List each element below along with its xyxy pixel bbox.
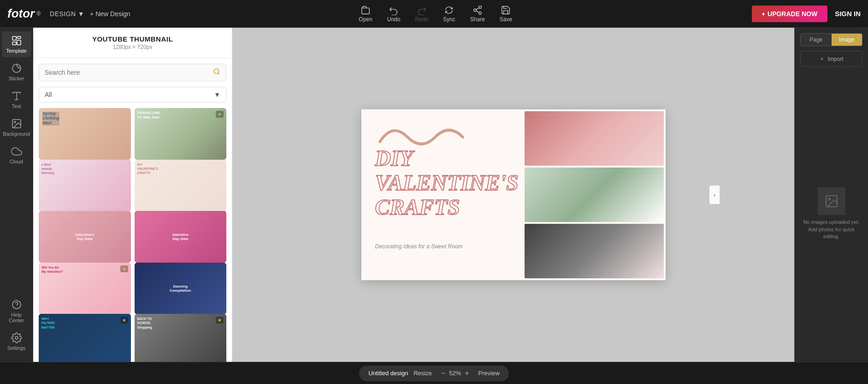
sidebar-label-settings: Settings — [7, 345, 26, 351]
list-item[interactable]: DIYVALENTINE'SCRAFTS — [135, 160, 227, 211]
import-button[interactable]: ＋ Import — [800, 51, 862, 67]
templates-grid: SpringClothingHaul TRAVELLINGTO IRELAND … — [33, 108, 232, 362]
tab-image[interactable]: Image — [832, 34, 862, 46]
sticker-icon — [11, 63, 22, 74]
list-item[interactable]: SpringClothingHaul — [39, 108, 131, 160]
sidebar-item-template[interactable]: Template — [2, 31, 31, 57]
filter-dropdown[interactable]: All ▼ — [39, 87, 226, 102]
design-title: DIY VALENTINE'S CRAFTS — [375, 146, 519, 219]
sync-button[interactable]: Sync — [443, 5, 455, 23]
svg-point-16 — [214, 69, 219, 74]
svg-point-3 — [479, 12, 482, 14]
topbar: fotor ® DESIGN ▼ + New Design Open Undo … — [0, 0, 868, 28]
save-icon — [501, 5, 511, 15]
svg-point-13 — [12, 300, 21, 309]
redo-button[interactable]: Redo — [415, 5, 428, 23]
list-item[interactable]: ValentineDay Date — [135, 211, 227, 263]
share-icon — [472, 5, 483, 15]
save-button[interactable]: Save — [500, 5, 512, 23]
svg-rect-6 — [12, 36, 16, 40]
sidebar-item-sticker[interactable]: Sticker — [2, 59, 31, 85]
help-icon — [11, 299, 22, 310]
design-name: Untitled design — [368, 370, 408, 377]
bookmark-icon: ★ — [216, 111, 224, 118]
panel-subtitle: 1280px × 720px — [41, 44, 224, 50]
list-item[interactable]: ♦ Bestbeautyfebruary — [39, 160, 131, 211]
sync-icon — [444, 5, 454, 15]
bookmark-icon: ★ — [216, 317, 224, 324]
list-item[interactable]: ★ BACK TOSCHOOLShopping — [135, 314, 227, 362]
resize-button[interactable]: Resize — [413, 370, 432, 377]
search-icon — [213, 68, 220, 77]
list-item[interactable]: ★ Will You BeMy Valentine? — [39, 263, 131, 314]
canvas-area: DIY VALENTINE'S CRAFTS Decorating Ideas … — [232, 28, 794, 362]
sidebar-label-background: Background — [3, 131, 30, 137]
logo-registered: ® — [36, 11, 41, 17]
undo-button[interactable]: Undo — [387, 5, 401, 23]
bottombar: Untitled design Resize − 52% + Preview — [0, 362, 868, 384]
sidebar-label-template: Template — [6, 48, 27, 54]
sidebar-item-settings[interactable]: Settings — [2, 329, 31, 354]
right-panel-tabs: Page Image — [800, 33, 862, 46]
svg-line-17 — [218, 73, 219, 74]
chevron-down-icon: ▼ — [214, 91, 220, 98]
list-item[interactable]: TRAVELLINGTO IRELAND ★ — [135, 108, 227, 160]
share-button[interactable]: Share — [470, 5, 485, 23]
svg-rect-8 — [17, 40, 21, 45]
tab-page[interactable]: Page — [801, 34, 832, 46]
bookmark-icon: ★ — [120, 317, 128, 324]
svg-point-1 — [479, 6, 482, 8]
sidebar-label-sticker: Sticker — [9, 76, 24, 81]
redo-icon — [417, 5, 427, 15]
sidebar-label-cloud: Cloud — [10, 159, 23, 164]
new-design-button[interactable]: + New Design — [90, 10, 130, 18]
sidebar-item-text[interactable]: Text — [2, 87, 31, 113]
photo-1 — [525, 111, 664, 166]
svg-point-15 — [15, 336, 18, 339]
zoom-level: 52% — [449, 370, 461, 377]
upgrade-button[interactable]: UPGRADE NOW — [752, 6, 827, 22]
list-item[interactable]: Valentine'sDay Date — [39, 211, 131, 263]
signin-button[interactable]: SIGN IN — [835, 10, 861, 18]
right-panel-toggle[interactable]: › — [709, 186, 720, 204]
svg-line-5 — [476, 7, 479, 9]
svg-rect-0 — [362, 8, 370, 14]
logo: fotor ® — [7, 6, 41, 21]
panel-title: YOUTUBE THUMBNAIL — [41, 35, 224, 43]
zoom-in-button[interactable]: + — [465, 369, 469, 378]
design-photos — [523, 109, 666, 280]
preview-button[interactable]: Preview — [478, 370, 500, 377]
svg-line-4 — [476, 11, 479, 12]
cloud-icon — [11, 146, 22, 157]
design-subtitle: Decorating Ideas for a Sweet Room — [375, 243, 463, 250]
zoom-out-button[interactable]: − — [441, 369, 445, 378]
sidebar-item-background[interactable]: Background — [2, 114, 31, 140]
photo-3 — [525, 224, 664, 278]
filter-label: All — [45, 91, 52, 98]
settings-icon — [11, 332, 22, 343]
canvas-wrapper[interactable]: DIY VALENTINE'S CRAFTS Decorating Ideas … — [361, 109, 666, 280]
open-button[interactable]: Open — [359, 5, 372, 23]
zoom-controls: − 52% + — [441, 369, 469, 378]
sidebar-label-help: Help Center — [5, 312, 29, 323]
sidebar-item-help[interactable]: Help Center — [2, 295, 31, 327]
open-icon — [360, 5, 371, 15]
photo-2 — [525, 168, 664, 222]
sidebar-label-text: Text — [12, 103, 21, 109]
search-input[interactable] — [45, 69, 213, 76]
sidebar-item-cloud[interactable]: Cloud — [2, 142, 31, 168]
svg-rect-9 — [12, 42, 16, 45]
search-box[interactable] — [39, 64, 226, 81]
right-panel: Page Image ＋ Import No images uploaded y… — [794, 28, 868, 362]
list-item[interactable]: DancingCompilation — [135, 263, 227, 314]
no-images-icon — [818, 187, 845, 215]
bookmark-icon: ★ — [120, 265, 128, 272]
no-images-box: No images uploaded yet. Add photos for q… — [800, 72, 862, 356]
list-item[interactable]: ★ WHYFILTERSMATTER — [39, 314, 131, 362]
svg-point-12 — [14, 121, 16, 123]
undo-icon — [389, 5, 399, 15]
design-button[interactable]: DESIGN ▼ — [50, 10, 84, 18]
svg-point-2 — [474, 9, 477, 12]
svg-point-19 — [828, 198, 830, 200]
template-panel: YOUTUBE THUMBNAIL 1280px × 720px All ▼ S… — [33, 28, 232, 362]
